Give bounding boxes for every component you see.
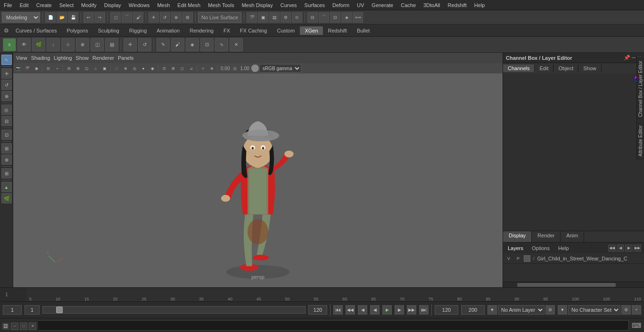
vp-tool-btn[interactable]: ⊹ [198,64,207,73]
snap-grid-btn[interactable]: ⊟ [307,12,318,23]
xgen-paint3-btn[interactable]: ◈ [186,38,199,51]
vp-snap1-btn[interactable]: ⊟ [44,64,52,73]
vp-abs-btn[interactable]: ⊕ [207,64,216,73]
xgen-paint2-btn[interactable]: 🖌 [171,38,184,51]
xgen-eye-btn[interactable]: 👁 [17,38,31,51]
lasso-btn[interactable]: ⌒ [122,12,132,23]
menu-3dtall[interactable]: 3DtoAll [420,1,444,9]
playback-slider[interactable] [42,306,305,314]
xgen-arrow-btn[interactable]: ↓ [47,38,60,51]
edge-tab-channel-box[interactable]: Channel Box / Layer Editor [637,57,644,121]
vp-sel-btn[interactable]: ◻ [178,64,186,73]
paint-select-btn[interactable]: 🖌 [133,12,143,23]
menu-generate[interactable]: Generate [368,1,397,9]
move-tool-left[interactable]: ✛ [1,68,12,79]
xgen-select-btn[interactable]: ◫ [91,38,104,51]
rotate-tool-left[interactable]: ↺ [1,80,12,90]
vp-cam-btn[interactable]: 📷 [14,64,23,73]
ch-tab-channels[interactable]: Channels [503,65,535,72]
disp-tab-render[interactable]: Render [532,231,561,242]
vp-menu-panels[interactable]: Panels [118,55,134,61]
xgen-tool1-btn[interactable]: ⊹ [61,38,74,51]
char-set-arrow[interactable]: ▼ [558,305,567,315]
char-set-select[interactable]: No Character Set [568,305,620,315]
current-frame-input[interactable] [3,305,22,315]
color-correction-select[interactable]: sRGB gamma Linear [259,64,301,73]
tab-bullet[interactable]: Bullet [352,26,375,35]
vp-grid-btn[interactable]: ⊞ [169,64,177,73]
timeline-ruler[interactable]: 5 10 15 20 25 30 35 40 45 50 55 60 65 70… [26,288,644,301]
mini-window-minimize[interactable]: ─ [11,323,18,330]
vp-menu-show[interactable]: Show [76,55,89,61]
menu-mesh-tools[interactable]: Mesh Tools [204,1,238,9]
menu-deform[interactable]: Deform [329,1,353,9]
snap-curve-btn[interactable]: ⌒ [319,12,329,23]
menu-cache[interactable]: Cache [397,1,420,9]
tab-custom[interactable]: Custom [272,26,300,35]
start-frame-input[interactable] [25,305,40,315]
vp-toggle-btn[interactable]: ⊕ [121,64,130,73]
vp-menu-view[interactable]: View [16,55,27,61]
xgen-left2[interactable]: 🌿 [1,193,12,203]
ch-tab-edit[interactable]: Edit [535,65,553,72]
vp-menu-shading[interactable]: Shading [31,55,50,61]
rect-sel-left[interactable]: ⊡ [1,130,12,140]
undo-btn[interactable]: ↩ [83,12,94,23]
vp-frust-btn[interactable]: ⊿ [187,64,195,73]
hide-left[interactable]: ⊞ [1,143,12,154]
prev-frame-btn[interactable]: ◀◀ [346,305,355,315]
ch-tab-show[interactable]: Show [578,65,602,72]
save-scene-btn[interactable]: 💾 [68,12,78,23]
render-settings-btn[interactable]: ⚙ [281,12,291,23]
menu-mesh[interactable]: Mesh [153,1,173,9]
menu-windows[interactable]: Windows [125,1,154,9]
tab-sculpting[interactable]: Sculpting [93,26,124,35]
ipr-btn[interactable]: ▤ [269,12,280,23]
mode-selector[interactable]: Modeling Rigging Animation Rendering FX [2,12,40,23]
playback-thumb[interactable] [56,307,63,313]
vp-snap2-btn[interactable]: ⌁ [53,64,61,73]
layer-name-1[interactable]: Girl_Child_in_Street_Wear_Dancing_C [537,256,642,261]
universal-btn[interactable]: ⊞ [182,12,193,23]
vp-render-btn[interactable]: ▣ [100,64,109,73]
redo-btn[interactable]: ↪ [95,12,105,23]
disp-tab-anim[interactable]: Anim [561,231,584,242]
menu-file[interactable]: File [0,1,16,9]
vp-xray-btn[interactable]: ◌ [112,64,121,73]
menu-select[interactable]: Select [56,1,78,9]
scale-tool-left[interactable]: ⊕ [1,91,12,101]
tab-fx[interactable]: FX [219,26,235,35]
vp-ao-btn[interactable]: ● [139,64,148,73]
char-set-add[interactable]: + [632,305,641,315]
vp-aa-btn[interactable]: ◎ [130,64,139,73]
playback-end-field[interactable]: 120 [435,305,458,315]
sym-btn[interactable]: ⟺ [353,12,363,23]
xgen-move-btn[interactable]: ✛ [124,38,137,51]
channel-box-pin[interactable]: 📌 [624,55,630,61]
layer-scroll-thumb[interactable] [517,283,616,287]
viewport-btn[interactable]: ⊙ [292,12,302,23]
tab-rigging[interactable]: Rigging [124,26,151,35]
play-fwd-btn[interactable]: ▶ [382,305,392,315]
xgen-rotate-btn[interactable]: ↺ [138,38,151,51]
vp-texture-btn[interactable]: ◫ [83,64,91,73]
viewport[interactable]: View Shading Lighting Show Renderer Pane… [13,53,503,287]
vp-vr-btn[interactable]: ◉ [32,64,41,73]
vp-menu-renderer[interactable]: Renderer [92,55,114,61]
open-scene-btn[interactable]: 📂 [57,12,67,23]
play-back-btn[interactable]: ◀ [370,305,380,315]
xgen-leaf-btn[interactable]: 🌿 [32,38,45,51]
python-input[interactable] [30,320,629,331]
new-scene-btn[interactable]: 📄 [45,12,56,23]
menu-display[interactable]: Display [100,1,125,9]
next-frame-btn[interactable]: ▶▶ [407,305,416,315]
layer-playback-1[interactable]: P [514,255,522,262]
menu-edit-mesh[interactable]: Edit Mesh [173,1,204,9]
snap-left[interactable]: ⊟ [1,116,12,126]
layer-nav-left[interactable]: ◀ [617,244,624,252]
soft-sel-left[interactable]: ◎ [1,105,12,115]
python-execute-icon[interactable]: ⌨ [632,322,641,329]
group-left[interactable]: ⊕ [1,154,12,165]
char-set-settings[interactable]: ⚙ [621,305,631,315]
xgen-paint4-btn[interactable]: ⊡ [200,38,214,51]
